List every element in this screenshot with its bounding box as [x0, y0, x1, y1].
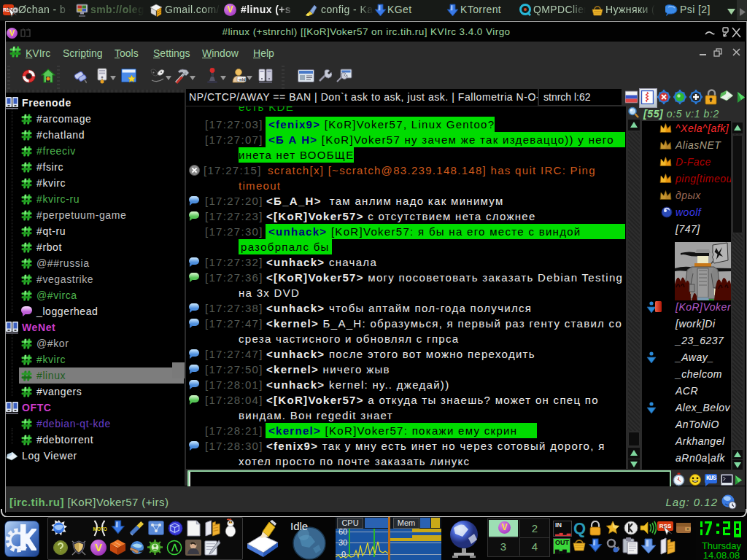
svg-text:-nId: -nId [239, 77, 246, 82]
svg-text:MOTO: MOTO [93, 526, 107, 532]
